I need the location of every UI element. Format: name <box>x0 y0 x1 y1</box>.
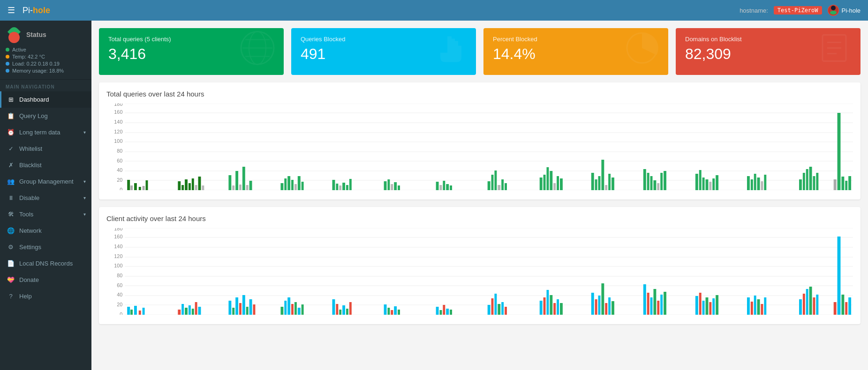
svg-rect-229 <box>653 289 656 315</box>
svg-text:140: 140 <box>114 119 122 125</box>
svg-rect-201 <box>436 307 439 315</box>
svg-rect-237 <box>709 302 711 315</box>
status-active: Active <box>6 47 86 52</box>
pihole-user-label: Pi-hole <box>842 7 860 14</box>
pihole-logo <box>6 26 23 43</box>
chevron-down-icon-3: ▾ <box>83 195 86 200</box>
sidebar-item-blacklist[interactable]: ✗ Blacklist <box>0 157 91 173</box>
svg-rect-179 <box>242 295 245 315</box>
svg-rect-113 <box>754 174 756 190</box>
localdns-icon: 📄 <box>7 260 15 267</box>
svg-rect-80 <box>498 185 500 190</box>
svg-rect-249 <box>809 287 812 315</box>
sidebar-label-donate: Donate <box>19 276 39 283</box>
sidebar-item-help[interactable]: ? Help <box>0 288 91 304</box>
hostname-label: hostname: <box>740 7 768 14</box>
sidebar-item-donate[interactable]: 💝 Donate <box>0 272 91 288</box>
sidebar-item-whitelist[interactable]: ✓ Whitelist <box>0 141 91 157</box>
svg-rect-37 <box>143 186 145 190</box>
svg-rect-199 <box>394 306 397 315</box>
pihole-avatar <box>828 5 839 16</box>
svg-rect-54 <box>280 183 283 190</box>
svg-rect-98 <box>647 173 649 190</box>
svg-rect-165 <box>134 306 137 315</box>
help-icon: ? <box>7 293 15 300</box>
svg-rect-86 <box>550 171 552 190</box>
nav-label: MAIN NAVIGATION <box>0 80 91 91</box>
settings-icon: ⚙ <box>7 244 15 251</box>
sidebar-item-querylog[interactable]: 📋 Query Log <box>0 108 91 124</box>
svg-rect-99 <box>650 176 653 190</box>
svg-rect-254 <box>841 295 844 315</box>
topbar-left: ☰ Pi-hole <box>8 5 50 15</box>
svg-rect-114 <box>757 178 760 190</box>
sidebar-item-tools[interactable]: 🛠 Tools ▾ <box>0 206 91 222</box>
svg-point-1 <box>831 6 836 10</box>
svg-rect-38 <box>146 180 148 190</box>
svg-rect-41 <box>185 179 188 190</box>
svg-rect-253 <box>838 237 841 315</box>
hamburger-icon[interactable]: ☰ <box>8 5 15 15</box>
chart-title-queries: Total queries over last 24 hours <box>106 90 853 98</box>
svg-rect-87 <box>553 183 556 190</box>
sidebar-item-localdns[interactable]: 📄 Local DNS Records <box>0 255 91 272</box>
svg-rect-106 <box>702 178 705 190</box>
logo-circle <box>8 32 20 43</box>
svg-rect-203 <box>443 305 445 315</box>
svg-rect-196 <box>384 304 387 315</box>
pie-icon <box>623 30 661 74</box>
svg-text:60: 60 <box>117 282 122 288</box>
blacklist-icon: ✗ <box>7 162 15 169</box>
sidebar-item-network[interactable]: 🌐 Network <box>0 222 91 239</box>
status-load: Load: 0.22 0.18 0.19 <box>6 61 86 67</box>
svg-rect-164 <box>130 310 133 315</box>
list-icon <box>815 30 853 74</box>
svg-rect-60 <box>302 182 304 190</box>
sidebar-item-longterm[interactable]: ⏰ Long term data ▾ <box>0 124 91 141</box>
svg-rect-176 <box>232 308 234 315</box>
brand-logo: Pi-hole <box>23 6 50 15</box>
svg-rect-183 <box>280 307 283 315</box>
svg-rect-75 <box>446 184 449 190</box>
svg-rect-220 <box>595 299 597 315</box>
sidebar-label-tools: Tools <box>19 211 33 218</box>
querylog-icon: 📋 <box>7 112 15 119</box>
svg-rect-177 <box>235 297 238 315</box>
sidebar-item-disable[interactable]: ⏸ Disable ▾ <box>0 190 91 206</box>
svg-rect-109 <box>712 178 715 190</box>
sidebar-label-disable: Disable <box>19 194 39 201</box>
layout: Status Active Temp: 42.2 °C Load: 0.22 0… <box>0 21 868 370</box>
svg-rect-74 <box>443 181 445 190</box>
svg-rect-57 <box>291 180 294 190</box>
svg-rect-233 <box>695 296 698 315</box>
svg-rect-36 <box>139 187 141 190</box>
svg-rect-225 <box>611 301 614 315</box>
svg-rect-187 <box>294 302 297 315</box>
svg-rect-65 <box>346 185 348 190</box>
svg-rect-48 <box>232 185 234 190</box>
svg-rect-97 <box>643 169 646 190</box>
svg-rect-236 <box>706 297 709 315</box>
svg-rect-84 <box>543 175 546 190</box>
svg-rect-188 <box>298 308 301 315</box>
svg-rect-89 <box>560 178 563 190</box>
svg-rect-216 <box>553 303 556 315</box>
sidebar-item-groupmgmt[interactable]: 👥 Group Management ▾ <box>0 173 91 190</box>
svg-rect-198 <box>391 310 393 315</box>
svg-rect-53 <box>249 181 252 190</box>
svg-rect-194 <box>346 309 348 315</box>
svg-text:60: 60 <box>117 158 122 163</box>
sidebar-item-settings[interactable]: ⚙ Settings <box>0 239 91 255</box>
svg-rect-244 <box>761 304 763 315</box>
svg-rect-56 <box>287 176 290 190</box>
sidebar-item-dashboard[interactable]: ⊞ Dashboard <box>0 91 91 108</box>
topbar: ☰ Pi-hole hostname: Test-PiZeroW Pi-hole <box>0 0 868 21</box>
svg-rect-82 <box>505 183 507 190</box>
svg-rect-90 <box>591 173 594 190</box>
svg-rect-35 <box>134 183 137 190</box>
svg-rect-39 <box>178 181 181 190</box>
svg-rect-117 <box>799 179 802 190</box>
svg-rect-40 <box>181 185 184 190</box>
svg-rect-120 <box>809 167 812 190</box>
svg-rect-69 <box>391 184 393 190</box>
